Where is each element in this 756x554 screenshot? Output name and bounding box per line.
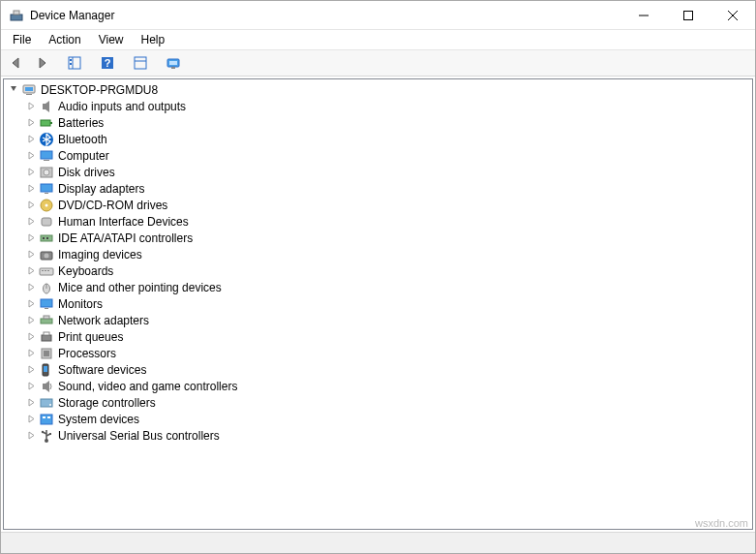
network-icon	[39, 313, 54, 328]
svg-rect-35	[46, 237, 48, 239]
expand-icon[interactable]	[25, 315, 37, 326]
display-icon	[39, 181, 54, 197]
tree-item[interactable]: Imaging devices	[4, 246, 752, 262]
tree-item[interactable]: Audio inputs and outputs	[4, 98, 752, 114]
expand-icon[interactable]	[25, 397, 37, 409]
expand-icon[interactable]	[25, 117, 37, 129]
tree-item[interactable]: Monitors	[4, 295, 752, 312]
hid-icon	[39, 214, 54, 230]
tree-item[interactable]: Storage controllers	[4, 394, 752, 411]
forward-button[interactable]	[30, 52, 53, 74]
svg-rect-29	[45, 193, 48, 194]
expand-icon[interactable]	[25, 200, 37, 211]
tree-item[interactable]: Disk drives	[4, 164, 752, 180]
expand-icon[interactable]	[25, 282, 37, 293]
expand-icon[interactable]	[25, 381, 37, 392]
show-hide-tree-button[interactable]	[63, 52, 86, 74]
expand-icon[interactable]	[25, 134, 37, 145]
tree-item[interactable]: Keyboards	[4, 262, 752, 279]
tree-item[interactable]: Bluetooth	[4, 131, 752, 147]
expand-icon[interactable]	[25, 265, 37, 277]
expand-icon[interactable]	[25, 414, 37, 425]
svg-point-56	[49, 404, 51, 406]
sound-icon	[39, 379, 54, 394]
expand-icon[interactable]	[25, 331, 37, 343]
expand-icon[interactable]	[25, 364, 37, 376]
expand-icon[interactable]	[25, 249, 37, 261]
expand-icon[interactable]	[25, 348, 37, 359]
tree-item-label: Human Interface Devices	[58, 215, 189, 229]
svg-rect-54	[43, 384, 45, 389]
menu-view[interactable]: View	[91, 30, 132, 49]
tree-item-label: Batteries	[58, 116, 104, 130]
system-icon	[39, 412, 54, 427]
tree-item[interactable]: Human Interface Devices	[4, 213, 752, 230]
tree-item[interactable]: System devices	[4, 411, 752, 427]
svg-rect-57	[41, 415, 52, 424]
close-button[interactable]	[711, 1, 755, 30]
tree-item[interactable]: IDE ATA/ATAPI controllers	[4, 230, 752, 246]
tree-item[interactable]: Mice and other pointing devices	[4, 279, 752, 295]
svg-rect-21	[41, 120, 50, 126]
svg-rect-0	[11, 15, 22, 20]
expand-icon[interactable]	[25, 150, 37, 162]
device-tree[interactable]: DESKTOP-PRGMDU8 Audio inputs and outputs…	[3, 78, 753, 530]
tree-item[interactable]: Computer	[4, 147, 752, 164]
svg-rect-24	[41, 151, 52, 159]
tree-item[interactable]: Print queues	[4, 328, 752, 345]
menu-file[interactable]: File	[5, 30, 39, 49]
tree-item[interactable]: DVD/CD-ROM drives	[4, 197, 752, 213]
help-button[interactable]: ?	[96, 52, 119, 74]
tree-item[interactable]: Processors	[4, 345, 752, 361]
tree-item-label: Monitors	[58, 297, 103, 311]
svg-rect-40	[45, 270, 46, 271]
svg-rect-38	[40, 268, 53, 275]
back-button[interactable]	[5, 52, 28, 74]
svg-rect-9	[70, 63, 72, 65]
tree-item-label: Imaging devices	[58, 248, 142, 262]
ide-icon	[39, 231, 54, 246]
expand-icon[interactable]	[25, 101, 37, 112]
statusbar	[1, 532, 755, 553]
printer-icon	[39, 329, 54, 345]
expand-icon[interactable]	[25, 216, 37, 228]
toolbar-button-1[interactable]	[129, 52, 152, 74]
tree-item[interactable]: Universal Serial Bus controllers	[4, 427, 752, 444]
tree-item[interactable]: Software devices	[4, 361, 752, 378]
tree-root[interactable]: DESKTOP-PRGMDU8	[4, 81, 752, 98]
tree-item-label: Universal Serial Bus controllers	[58, 429, 220, 443]
svg-rect-1	[14, 11, 19, 15]
tree-item[interactable]: Batteries	[4, 114, 752, 131]
tree-root-label: DESKTOP-PRGMDU8	[41, 83, 158, 97]
tree-item[interactable]: Sound, video and game controllers	[4, 378, 752, 394]
scan-hardware-button[interactable]	[162, 52, 185, 74]
svg-rect-19	[26, 94, 32, 95]
tree-item-label: Sound, video and game controllers	[58, 380, 237, 393]
expand-icon[interactable]	[25, 167, 37, 178]
tree-item-label: Audio inputs and outputs	[58, 100, 186, 113]
svg-rect-28	[41, 184, 52, 192]
expand-icon[interactable]	[25, 183, 37, 195]
svg-rect-65	[49, 433, 51, 435]
svg-rect-53	[44, 366, 47, 372]
svg-rect-44	[41, 299, 52, 307]
svg-rect-8	[70, 59, 72, 61]
svg-rect-39	[42, 270, 44, 271]
tree-item-label: Software devices	[58, 363, 146, 377]
expand-icon[interactable]	[25, 232, 37, 244]
minimize-button[interactable]	[621, 1, 666, 30]
tree-item[interactable]: Network adapters	[4, 312, 752, 328]
menu-help[interactable]: Help	[134, 30, 173, 49]
collapse-icon[interactable]	[8, 84, 19, 96]
tree-item-label: Processors	[58, 347, 116, 360]
toolbar: ?	[1, 49, 755, 77]
expand-icon[interactable]	[25, 298, 37, 310]
usb-icon	[39, 428, 54, 444]
maximize-button[interactable]	[666, 1, 711, 30]
tree-item-label: DVD/CD-ROM drives	[58, 199, 167, 212]
tree-item[interactable]: Display adapters	[4, 180, 752, 197]
expand-icon[interactable]	[25, 430, 37, 442]
menu-action[interactable]: Action	[41, 30, 88, 49]
tree-item-label: System devices	[58, 413, 139, 426]
app-icon	[9, 8, 24, 23]
